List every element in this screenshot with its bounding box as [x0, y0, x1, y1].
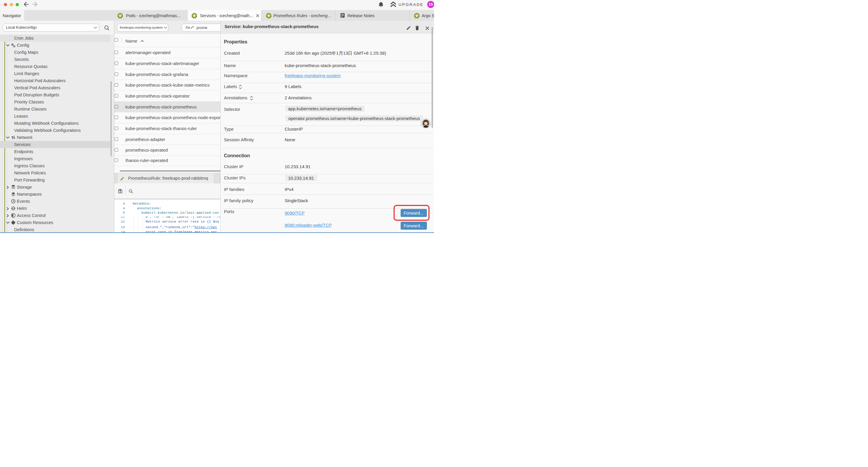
svg-text:HELM: HELM: [11, 208, 15, 209]
